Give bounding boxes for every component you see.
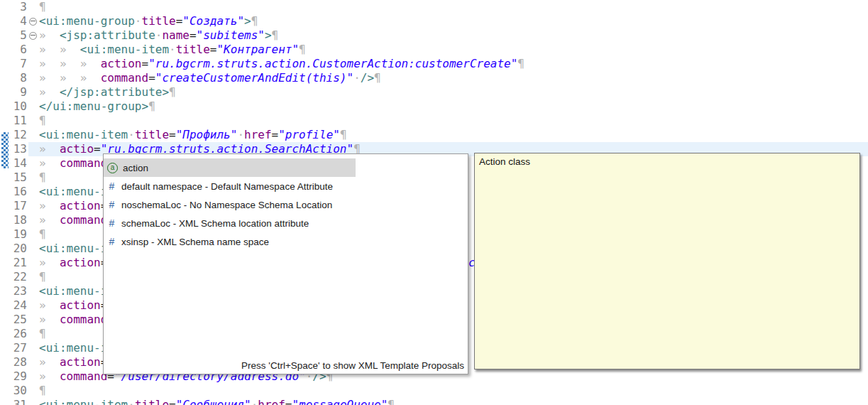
code-token: » » » (39, 71, 101, 85)
code-token: "createCustomerAndEdit(this)" (155, 71, 353, 85)
tooltip-text: Action class (479, 156, 530, 167)
code-token: ¶ (39, 270, 46, 284)
code-token: = (169, 398, 176, 405)
line-number[interactable]: 8 (0, 71, 27, 85)
line-number[interactable]: 31 (0, 398, 27, 405)
occluded-code-fragment: c (468, 256, 474, 270)
code-token: action (101, 57, 142, 70)
fold-gutter (27, 213, 39, 227)
code-token: » (39, 199, 60, 212)
code-line[interactable]: 31<ui:menu-item·title="Сообщения"·href="… (0, 398, 868, 405)
range-indicator-annotation (1, 132, 9, 168)
line-number[interactable]: 28 (0, 355, 27, 369)
line-number[interactable]: 15 (0, 171, 27, 185)
code-token: ¶ (39, 171, 46, 184)
line-number[interactable]: 6 (0, 43, 27, 57)
line-number[interactable]: 18 (0, 213, 27, 227)
fold-gutter (27, 142, 39, 156)
code-line[interactable]: 9» </jsp:attribute>¶ (0, 85, 868, 99)
line-number[interactable]: 27 (0, 341, 27, 355)
fold-gutter (27, 71, 39, 85)
code-token: > (265, 28, 272, 42)
code-token: » (39, 213, 60, 227)
fold-gutter (27, 199, 39, 213)
code-line[interactable]: 12<ui:menu-item·title="Профиль"·href="pr… (0, 128, 868, 142)
line-number[interactable]: 22 (0, 270, 27, 284)
code-token: title (135, 398, 169, 405)
fold-gutter (27, 114, 39, 128)
collapse-toggle-icon[interactable] (27, 14, 39, 28)
completion-item[interactable]: #xsinsp - XML Schema name space (104, 232, 356, 251)
line-number[interactable]: 23 (0, 284, 27, 298)
code-line[interactable]: 7» » » action="ru.bgcrm.struts.action.Cu… (0, 57, 868, 71)
fold-gutter (27, 128, 39, 142)
code-token: · (237, 128, 244, 141)
completion-item-label: default namespace - Default Namespace At… (121, 181, 333, 192)
code-token: · (251, 398, 258, 405)
code-token: "ru.bgcrm.struts.action.CustomerAction:c… (148, 57, 517, 70)
fold-gutter (27, 355, 39, 369)
fold-gutter (27, 256, 39, 270)
code-token: command (60, 313, 107, 326)
code-line[interactable]: 5» <jsp:attribute·name="subitems">¶ (0, 28, 868, 43)
code-token: command (101, 71, 148, 85)
line-number[interactable]: 11 (0, 114, 27, 128)
line-number[interactable]: 5 (0, 28, 27, 43)
code-token: name (162, 28, 189, 42)
code-token: = (94, 142, 101, 156)
code-token: ¶ (340, 128, 347, 141)
line-number[interactable]: 30 (0, 384, 27, 398)
code-token: » (39, 156, 60, 170)
code-line[interactable]: 4<ui:menu-group·title="Создать">¶ (0, 14, 868, 28)
line-number[interactable]: 16 (0, 185, 27, 199)
completion-item[interactable]: #schemaLoc - XML Schema location attribu… (104, 214, 356, 232)
line-number[interactable]: 19 (0, 227, 27, 242)
hash-icon: # (107, 217, 116, 229)
line-number[interactable]: 4 (0, 14, 27, 28)
completion-item[interactable]: #default namespace - Default Namespace A… (104, 177, 356, 195)
line-number[interactable]: 20 (0, 242, 27, 256)
code-token: command (60, 213, 107, 227)
code-text: » </jsp:attribute>¶ (39, 85, 868, 99)
code-line[interactable]: 6» » <ui:menu-item·title="Контрагент"¶ (0, 43, 868, 57)
line-number[interactable]: 17 (0, 199, 27, 213)
fold-gutter (27, 398, 39, 405)
code-token: </jsp:attribute> (60, 85, 169, 99)
code-token: </ui:menu-group> (39, 99, 148, 113)
code-token: "Сообщения" (176, 398, 251, 405)
code-line[interactable]: 11¶ (0, 114, 868, 128)
code-token: action (60, 256, 101, 269)
line-number[interactable]: 7 (0, 57, 27, 71)
completion-item-label: schemaLoc - XML Schema location attribut… (121, 218, 309, 229)
template-proposals-hint: Press 'Ctrl+Space' to show XML Template … (241, 360, 464, 371)
code-token: command (60, 369, 107, 383)
code-token: = (148, 71, 155, 85)
code-token: = (272, 128, 279, 141)
line-number[interactable]: 10 (0, 99, 27, 114)
line-number[interactable]: 29 (0, 369, 27, 384)
fold-gutter (27, 369, 39, 384)
code-line[interactable]: 8» » » command="createCustomerAndEdit(th… (0, 71, 868, 85)
code-token: · (155, 28, 163, 42)
fold-gutter (27, 85, 39, 99)
code-line[interactable]: 3¶ (0, 0, 868, 14)
code-token: » » » (39, 57, 101, 70)
fold-gutter (27, 43, 39, 57)
code-line[interactable]: 10</ui:menu-group>¶ (0, 99, 868, 114)
line-number[interactable]: 9 (0, 85, 27, 99)
collapse-toggle-icon[interactable] (27, 28, 39, 43)
line-number[interactable]: 24 (0, 298, 27, 313)
code-text: <ui:menu-group·title="Создать">¶ (39, 14, 868, 28)
line-number[interactable]: 21 (0, 256, 27, 270)
code-token: href (244, 128, 272, 141)
code-token: ¶ (251, 14, 258, 28)
completion-item[interactable]: aaction (104, 158, 356, 177)
line-number[interactable]: 26 (0, 327, 27, 341)
line-number[interactable]: 3 (0, 0, 27, 14)
code-token: "Профиль" (176, 128, 238, 141)
code-line[interactable]: 30¶ (0, 384, 868, 398)
line-number[interactable]: 25 (0, 313, 27, 327)
code-text: » » <ui:menu-item·title="Контрагент"¶ (39, 43, 868, 57)
completion-item[interactable]: #noschemaLoc - No Namespace Schema Locat… (104, 195, 356, 214)
code-token: » » (39, 43, 80, 56)
